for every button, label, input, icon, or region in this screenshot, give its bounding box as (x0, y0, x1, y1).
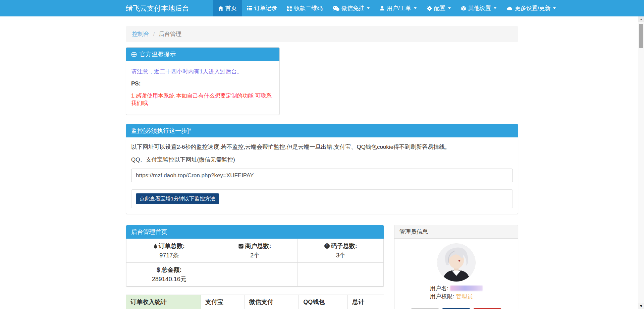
drop-icon (154, 244, 157, 249)
globe-icon (131, 52, 137, 57)
breadcrumb-home-link[interactable]: 控制台 (132, 31, 149, 37)
monitor-url-input[interactable] (131, 169, 513, 182)
nav-label: 收款二维码 (294, 4, 323, 12)
vertical-scrollbar[interactable]: ▲ ▼ (638, 16, 644, 309)
nav-label: 更多设置/更新 (515, 4, 551, 12)
monitor-desc-1: 以下网址可以设置2-6秒的监控速度,若不监控,云端会帮忙监控,但是云端一旦出错,… (131, 143, 513, 151)
notice-panel-header: 官方温馨提示 (126, 48, 279, 61)
chevron-down-icon (367, 7, 370, 9)
nav-label: 订单记录 (254, 4, 277, 12)
nav-item-wechat-free[interactable]: 微信免挂 (328, 0, 375, 16)
admin-home-stats-panel: 后台管理首页 订单总数: 9717条 (126, 225, 384, 287)
baota-monitor-help-button[interactable]: 点此查看宝塔1分钟以下监控方法 (136, 193, 219, 204)
wechat-icon (333, 6, 339, 11)
username-label: 用户名: (430, 285, 448, 292)
cube-icon (461, 6, 466, 11)
stat-code-total: ! 码子总数: 3个 (298, 239, 384, 263)
nav-label: 配置 (434, 4, 445, 12)
cloud-icon (506, 6, 513, 11)
stat-amount-total: $ 总金额: 289140.16元 (126, 263, 212, 287)
monitor-panel-title: 监控[必须执行这一步]* (131, 127, 191, 135)
app-title[interactable]: 绪飞云支付本地后台 (126, 0, 189, 16)
stats-panel-title: 后台管理首页 (131, 228, 167, 236)
stat-order-total: 订单总数: 9717条 (126, 239, 212, 263)
notice-panel-title: 官方温馨提示 (140, 50, 176, 58)
check-square-icon (238, 244, 244, 249)
stat-empty-cell (212, 263, 298, 287)
monitor-help-well: 点此查看宝塔1分钟以下监控方法 (131, 189, 513, 208)
scrollbar-up-arrow[interactable]: ▲ (638, 16, 644, 22)
notice-ps-label: PS: (131, 80, 274, 87)
income-header-title: 订单收入统计 (126, 295, 201, 309)
nav-item-users-tickets[interactable]: 用户/工单 (375, 0, 422, 16)
official-notice-panel: 官方温馨提示 请注意，近二十四小时内有1人进入过后台。 PS: 1.感谢使用本系… (126, 47, 280, 115)
nav-label: 微信免挂 (341, 4, 364, 12)
user-icon (380, 6, 385, 11)
breadcrumb-separator: / (153, 31, 155, 37)
chevron-down-icon (448, 7, 451, 9)
stat-value: 3个 (301, 251, 381, 259)
breadcrumb: 控制台 / 后台管理 (126, 26, 518, 42)
income-header-total: 总计 (348, 295, 384, 309)
nav-item-home[interactable]: 首页 (213, 0, 242, 16)
nav-item-order-records[interactable]: 订单记录 (242, 0, 282, 16)
username-redacted (450, 286, 483, 291)
admin-avatar (437, 243, 476, 282)
income-header-alipay: 支付宝 (201, 295, 245, 309)
stat-merchant-total: 商户总数: 2个 (212, 239, 298, 263)
list-icon (247, 6, 252, 10)
nav-label: 用户/工单 (387, 4, 411, 12)
home-icon (218, 6, 223, 11)
qrcode-icon (287, 6, 292, 11)
main-menu: 首页 订单记录 收款二维码 微信免挂 (213, 0, 561, 16)
stat-label: 总金额: (162, 266, 182, 274)
monitor-panel: 监控[必须执行这一步]* 以下网址可以设置2-6秒的监控速度,若不监控,云端会帮… (126, 124, 518, 214)
nav-item-other-settings[interactable]: 其他设置 (456, 0, 501, 16)
nav-label: 其他设置 (468, 4, 491, 12)
dollar-icon: $ (157, 266, 160, 273)
stat-label: 码子总数: (331, 242, 357, 250)
nav-item-payment-qrcode[interactable]: 收款二维码 (282, 0, 328, 16)
income-header-wechat: 微信支付 (245, 295, 299, 309)
nav-label: 首页 (225, 4, 237, 12)
breadcrumb-current: 后台管理 (159, 31, 181, 37)
admin-panel-header: 管理员信息 (394, 225, 518, 239)
permission-value: 管理员 (456, 293, 473, 300)
notice-ps-line: 1.感谢使用本系统 本如自己有什么想要定制的功能 可联系我们哦 (131, 92, 274, 107)
income-header-row: 订单收入统计 支付宝 微信支付 QQ钱包 总计 (126, 295, 384, 309)
monitor-desc-2: QQ、支付宝监控以下网址(微信无需监控) (131, 156, 513, 164)
notice-login-info: 请注意，近二十四小时内有1人进入过后台。 (131, 68, 274, 75)
stats-panel-header: 后台管理首页 (126, 225, 384, 239)
scrollbar-thumb[interactable] (639, 24, 643, 48)
exclamation-circle-icon: ! (324, 243, 330, 249)
stats-table: 订单总数: 9717条 商户总数: 2个 (126, 239, 384, 287)
chevron-down-icon (494, 7, 496, 9)
stat-label: 商户总数: (245, 242, 271, 250)
nav-item-more-settings-update[interactable]: 更多设置/更新 (501, 0, 561, 16)
permission-label: 用户权限: (430, 293, 454, 300)
gear-icon (427, 6, 432, 11)
chevron-down-icon (414, 7, 417, 9)
order-income-table: 订单收入统计 支付宝 微信支付 QQ钱包 总计 今日 0 0 0 0 昨日 0 … (126, 295, 384, 309)
stat-value: 289140.16元 (129, 275, 209, 283)
income-header-qq: QQ钱包 (299, 295, 348, 309)
chevron-down-icon (553, 7, 556, 9)
nav-item-config[interactable]: 配置 (422, 0, 456, 16)
admin-panel-title: 管理员信息 (399, 229, 428, 235)
monitor-panel-header: 监控[必须执行这一步]* (126, 124, 518, 137)
stat-label: 订单总数: (159, 242, 185, 250)
stat-value: 9717条 (129, 251, 209, 259)
stat-empty-cell (298, 263, 384, 287)
top-navbar: 绪飞云支付本地后台 首页 订单记录 收款二维码 (0, 0, 644, 16)
stat-value: 2个 (215, 251, 295, 259)
admin-info-panel: 管理员信息 (394, 225, 518, 309)
scrollbar-down-arrow[interactable]: ▼ (638, 303, 644, 309)
